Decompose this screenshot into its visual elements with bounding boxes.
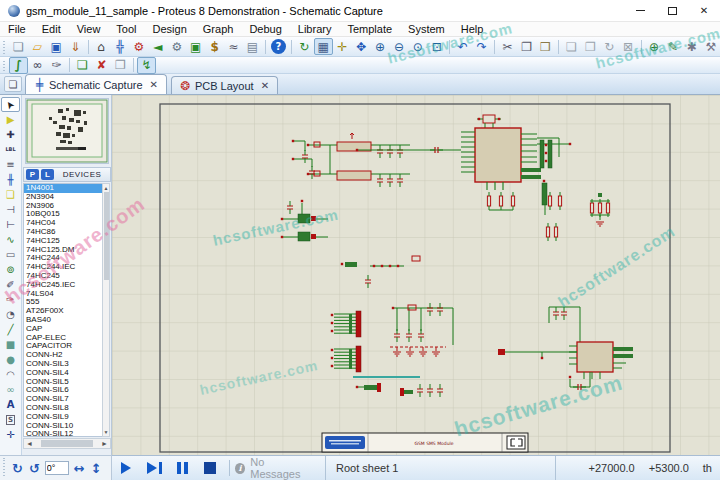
grid-toggle-icon[interactable]	[314, 38, 333, 55]
terminal-mode-icon[interactable]	[1, 202, 20, 217]
rotate-clockwise-icon[interactable]: ↻	[9, 461, 26, 476]
scroll-up-icon[interactable]: ▲	[103, 185, 109, 191]
pause-button[interactable]	[168, 459, 196, 477]
menu-view[interactable]: View	[69, 22, 109, 37]
junction-mode-icon[interactable]	[1, 127, 20, 142]
open-project-icon[interactable]	[28, 38, 47, 55]
navigate-back-icon[interactable]	[148, 38, 167, 55]
tab-schematic-capture[interactable]: Schematic Capture	[25, 74, 167, 94]
menu-library[interactable]: Library	[290, 22, 340, 37]
menu-help[interactable]: Help	[453, 22, 492, 37]
tab-close-icon[interactable]	[148, 79, 160, 90]
menu-debug[interactable]: Debug	[241, 22, 289, 37]
box-2d-mode-icon[interactable]	[1, 337, 20, 352]
block-move-icon[interactable]	[581, 38, 600, 55]
close-button[interactable]: ✕	[688, 0, 720, 21]
wire-label-mode-icon[interactable]	[1, 142, 20, 157]
menu-graph[interactable]: Graph	[195, 22, 242, 37]
device-pin-mode-icon[interactable]	[1, 217, 20, 232]
search-design-icon[interactable]	[167, 38, 186, 55]
electrical-rules-icon[interactable]	[224, 38, 243, 55]
menu-file[interactable]: File	[0, 22, 34, 37]
voltage-probe-mode-icon[interactable]	[1, 277, 20, 292]
paste-icon[interactable]	[536, 38, 555, 55]
cut-icon[interactable]	[498, 38, 517, 55]
property-assignment-icon[interactable]	[47, 57, 66, 74]
message-area[interactable]: i No Messages	[235, 456, 314, 480]
circle-2d-mode-icon[interactable]	[1, 352, 20, 367]
text-script-mode-icon[interactable]	[1, 157, 20, 172]
redo-icon[interactable]	[472, 38, 491, 55]
device-list-vscrollbar[interactable]: ▲ ▼	[102, 183, 110, 437]
selection-mode-icon[interactable]	[1, 97, 20, 112]
mirror-vertical-icon[interactable]: ↕	[88, 461, 105, 476]
live-edit-icon[interactable]	[137, 57, 156, 74]
path-2d-mode-icon[interactable]	[1, 382, 20, 397]
marker-2d-mode-icon[interactable]	[1, 427, 20, 442]
origin-icon[interactable]	[333, 38, 352, 55]
subcircuit-mode-icon[interactable]	[1, 187, 20, 202]
copy-icon[interactable]	[517, 38, 536, 55]
play-button[interactable]	[112, 459, 140, 477]
vscroll-thumb[interactable]	[104, 192, 109, 280]
tab-close-icon[interactable]	[259, 80, 271, 91]
new-project-icon[interactable]	[9, 38, 28, 55]
menu-tool[interactable]: Tool	[108, 22, 144, 37]
design-notes-icon[interactable]	[243, 38, 262, 55]
generator-mode-icon[interactable]	[1, 262, 20, 277]
block-delete-icon[interactable]	[619, 38, 638, 55]
bill-of-materials-icon[interactable]	[205, 38, 224, 55]
menu-template[interactable]: Template	[339, 22, 400, 37]
make-device-icon[interactable]	[664, 38, 683, 55]
rotation-angle-input[interactable]	[45, 461, 69, 475]
device-item[interactable]: CONN-SIL12	[24, 430, 102, 437]
rotate-anticlockwise-icon[interactable]: ↺	[26, 461, 43, 476]
schematic-canvas[interactable]: GSM SMS Module	[112, 95, 720, 455]
tab-pcb-layout[interactable]: PCB Layout	[171, 76, 278, 94]
pick-devices-button[interactable]: P	[26, 169, 39, 180]
tab-corner-icon[interactable]	[4, 76, 22, 92]
zoom-out-icon[interactable]	[390, 38, 409, 55]
library-button[interactable]: L	[41, 169, 54, 180]
maximize-button[interactable]	[656, 0, 688, 21]
menu-edit[interactable]: Edit	[34, 22, 69, 37]
goto-sheet-icon[interactable]	[111, 57, 130, 74]
search-tag-icon[interactable]	[28, 57, 47, 74]
tape-mode-icon[interactable]	[1, 247, 20, 262]
decompose-tool-icon[interactable]	[701, 38, 720, 55]
menu-design[interactable]: Design	[145, 22, 195, 37]
overview-panel[interactable]	[25, 98, 109, 164]
new-sheet-icon[interactable]	[73, 57, 92, 74]
scroll-left-icon[interactable]: ◄	[26, 440, 33, 447]
find-component-icon[interactable]	[645, 38, 664, 55]
system-settings-icon[interactable]	[130, 38, 149, 55]
help-icon[interactable]	[271, 39, 286, 54]
component-mode-icon[interactable]	[1, 112, 20, 127]
bus-mode-icon[interactable]	[1, 172, 20, 187]
zoom-in-icon[interactable]	[371, 38, 390, 55]
minimize-button[interactable]	[624, 0, 656, 21]
new-design-icon[interactable]	[186, 38, 205, 55]
remove-sheet-icon[interactable]	[92, 57, 111, 74]
packaging-tool-icon[interactable]	[682, 38, 701, 55]
scroll-right-icon[interactable]: ►	[101, 440, 108, 447]
line-2d-mode-icon[interactable]	[1, 322, 20, 337]
arc-2d-mode-icon[interactable]	[1, 367, 20, 382]
current-probe-mode-icon[interactable]	[1, 292, 20, 307]
step-button[interactable]	[140, 459, 168, 477]
zoom-area-icon[interactable]	[427, 38, 446, 55]
stop-button[interactable]	[196, 459, 224, 477]
wire-autorouter-icon[interactable]	[9, 57, 28, 74]
virtual-instrument-mode-icon[interactable]	[1, 307, 20, 322]
import-project-icon[interactable]	[66, 38, 85, 55]
design-explorer-icon[interactable]	[111, 38, 130, 55]
undo-icon[interactable]	[453, 38, 472, 55]
zoom-all-icon[interactable]	[408, 38, 427, 55]
device-list-hscrollbar[interactable]: ◄ ►	[23, 438, 111, 449]
pan-icon[interactable]	[352, 38, 371, 55]
hscroll-thumb[interactable]	[41, 440, 93, 447]
text-2d-mode-icon[interactable]	[1, 397, 20, 412]
home-page-icon[interactable]	[92, 38, 111, 55]
scroll-down-icon[interactable]: ▼	[103, 429, 109, 435]
graph-mode-icon[interactable]	[1, 232, 20, 247]
